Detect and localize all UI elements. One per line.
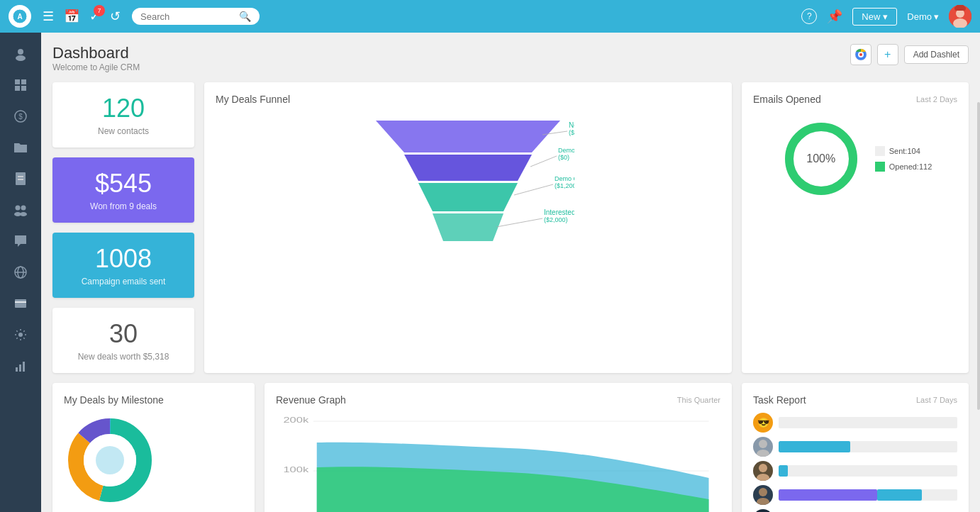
svg-marker-36	[418, 183, 518, 211]
tasks-icon[interactable]: ✓ 7	[89, 9, 100, 24]
emails-title: Emails Opened	[753, 94, 821, 105]
svg-point-33	[859, 53, 862, 56]
task-bar-row	[753, 437, 957, 457]
dashboard-actions: + Add Dashlet	[850, 44, 969, 65]
svg-text:$: $	[18, 113, 23, 121]
revenue-title: Revenue Graph	[276, 394, 346, 406]
svg-rect-28	[16, 367, 18, 372]
task-avatar	[753, 509, 773, 512]
taskreport-title: Task Report	[753, 394, 806, 406]
new-deals-label: New deals worth $5,318	[67, 352, 180, 362]
svg-point-7	[18, 49, 23, 55]
svg-rect-12	[21, 86, 26, 91]
svg-rect-15	[16, 172, 26, 185]
nav-icons: ☰ 📅 ✓ 7 ↺	[43, 9, 121, 24]
add-dashlet-label: Add Dashlet	[913, 50, 959, 60]
milestone-widget: My Deals by Milestone	[52, 383, 255, 512]
chevron-down-icon: ▾	[883, 11, 888, 22]
deals-funnel-widget: My Deals Funnel New ($500) Demo Schedule…	[204, 82, 732, 373]
emails-opened-label: Opened:112	[889, 162, 932, 171]
help-icon[interactable]: ?	[801, 9, 817, 24]
svg-text:($1,200): ($1,200)	[555, 182, 574, 189]
svg-marker-34	[376, 121, 560, 152]
svg-line-41	[530, 156, 557, 167]
svg-text:200k: 200k	[283, 416, 308, 424]
svg-rect-6	[954, 6, 966, 11]
pin-icon[interactable]: 📌	[827, 9, 842, 24]
sidebar-item-billing[interactable]	[4, 289, 37, 318]
main-content: Dashboard Welcome to Agile CRM + Add Das…	[41, 33, 980, 512]
sidebar-item-chat[interactable]	[4, 227, 37, 255]
task-report-widget: Task Report Last 7 Days 😎	[742, 383, 969, 512]
svg-text:($2,000): ($2,000)	[544, 216, 568, 223]
emails-opened-widget: Emails Opened Last 2 Days 100% Se	[742, 82, 969, 373]
taskreport-period: Last 7 Days	[916, 396, 957, 404]
search-bar[interactable]: 🔍	[132, 8, 260, 25]
new-button[interactable]: New ▾	[852, 8, 897, 26]
campaign-emails-widget: 1008 Campaign emails sent	[52, 233, 194, 298]
task-avatar	[753, 437, 773, 457]
task-bar-row	[753, 461, 957, 481]
task-bar-row	[753, 485, 957, 505]
add-dashlet-icon-button[interactable]: +	[877, 44, 898, 65]
task-bar-row	[753, 509, 957, 512]
sidebar-item-contacts[interactable]	[4, 40, 37, 68]
sidebar-item-folder[interactable]	[4, 133, 37, 162]
svg-point-72	[757, 498, 769, 505]
add-dashlet-button[interactable]: Add Dashlet	[904, 45, 969, 64]
emails-period: Last 2 Days	[916, 95, 957, 104]
sidebar-item-money[interactable]: $	[4, 102, 37, 130]
task-avatar	[753, 461, 773, 481]
scrollbar-indicator[interactable]	[977, 102, 980, 409]
svg-point-21	[20, 212, 27, 216]
sidebar-item-document[interactable]	[4, 165, 37, 193]
svg-rect-29	[19, 364, 21, 372]
search-input[interactable]	[140, 11, 235, 22]
row-1: 120 New contacts $545 Won from 9 deals 1…	[52, 82, 969, 373]
new-deals-number: 30	[67, 319, 180, 349]
tasks-badge: 7	[94, 5, 105, 16]
emails-donut-chart: 100% Sent:104 Opened:112	[753, 116, 957, 201]
svg-point-69	[759, 464, 767, 472]
campaign-emails-label: Campaign emails sent	[67, 277, 180, 286]
task-bar-fill	[779, 441, 850, 452]
svg-text:100k: 100k	[283, 466, 308, 474]
new-contacts-label: New contacts	[67, 126, 180, 136]
svg-point-18	[16, 206, 21, 211]
sidebar-item-analytics[interactable]	[4, 352, 37, 380]
new-deals-widget: 30 New deals worth $5,318	[52, 308, 194, 373]
svg-point-68	[757, 450, 769, 457]
svg-point-71	[759, 488, 767, 496]
svg-rect-9	[15, 79, 20, 84]
svg-text:Interested: Interested	[544, 208, 574, 216]
calendar-icon[interactable]: 📅	[64, 9, 79, 24]
demo-chevron-icon: ▾	[934, 11, 939, 22]
left-navigation: $	[0, 33, 41, 512]
funnel-chart: New ($500) Demo Scheduled ($0) Demo Comp…	[216, 113, 720, 255]
sidebar-item-dashboard[interactable]	[4, 71, 37, 99]
history-icon[interactable]: ↺	[110, 9, 121, 24]
emails-sent-label: Sent:104	[889, 147, 920, 155]
sidebar-item-settings[interactable]	[4, 321, 37, 349]
svg-text:($0): ($0)	[558, 154, 569, 161]
avatar[interactable]	[949, 5, 971, 28]
svg-point-57	[96, 446, 124, 474]
demo-dropdown[interactable]: Demo ▾	[907, 11, 939, 22]
task-bar-background	[779, 441, 957, 452]
sidebar-item-team[interactable]	[4, 196, 37, 224]
menu-icon[interactable]: ☰	[43, 9, 54, 24]
task-bar-fill	[779, 489, 877, 501]
top-navigation: A ☰ 📅 ✓ 7 ↺ 🔍 ? 📌 New ▾ Demo ▾	[0, 0, 980, 33]
app-logo[interactable]: A	[9, 5, 31, 28]
svg-text:Demo Completed: Demo Completed	[555, 175, 574, 182]
milestone-title: My Deals by Milestone	[64, 394, 243, 406]
task-avatar	[753, 485, 773, 505]
task-bar-fill	[779, 465, 788, 477]
revenue-widget: Revenue Graph This Quarter 200k 100k 0k	[265, 383, 732, 512]
sidebar-item-globe[interactable]	[4, 258, 37, 286]
svg-text:New: New	[569, 121, 574, 129]
search-icon: 🔍	[239, 11, 251, 22]
svg-line-44	[514, 184, 553, 195]
task-bar-row: 😎	[753, 413, 957, 433]
chrome-extension-button[interactable]	[850, 44, 872, 65]
